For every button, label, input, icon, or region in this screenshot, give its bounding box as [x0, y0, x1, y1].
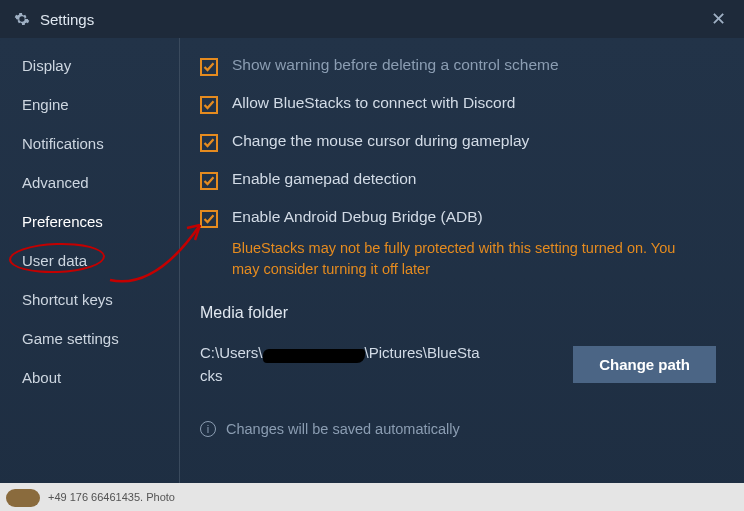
settings-header: Settings ✕: [0, 0, 744, 38]
checkbox[interactable]: [200, 210, 218, 228]
option-row: Enable gamepad detection: [200, 170, 716, 190]
background-text: +49 176 66461435. Photo: [48, 491, 175, 503]
option-row: Allow BlueStacks to connect with Discord: [200, 94, 716, 114]
settings-title: Settings: [40, 11, 94, 28]
sidebar-item-about[interactable]: About: [0, 358, 179, 397]
option-label: Change the mouse cursor during gameplay: [232, 132, 529, 150]
option-row: Change the mouse cursor during gameplay: [200, 132, 716, 152]
sidebar-item-game-settings[interactable]: Game settings: [0, 319, 179, 358]
media-folder-row: C:\Users\\Pictures\BlueStacks Change pat…: [200, 342, 716, 387]
autosave-note: i Changes will be saved automatically: [200, 421, 716, 437]
checkbox[interactable]: [200, 58, 218, 76]
content-pane: Show warning before deleting a control s…: [180, 38, 744, 511]
sidebar-item-advanced[interactable]: Advanced: [0, 163, 179, 202]
option-label: Show warning before deleting a control s…: [232, 56, 559, 74]
main-layout: DisplayEngineNotificationsAdvancedPrefer…: [0, 38, 744, 511]
autosave-text: Changes will be saved automatically: [226, 421, 460, 437]
option-row: Enable Android Debug Bridge (ADB): [200, 208, 716, 228]
media-folder-path: C:\Users\\Pictures\BlueStacks: [200, 342, 480, 387]
media-folder-title: Media folder: [200, 304, 716, 322]
sidebar-item-shortcut-keys[interactable]: Shortcut keys: [0, 280, 179, 319]
option-label: Enable Android Debug Bridge (ADB): [232, 208, 483, 226]
gear-icon: [14, 11, 30, 27]
adb-warning: BlueStacks may not be fully protected wi…: [232, 238, 692, 280]
change-path-button[interactable]: Change path: [573, 346, 716, 383]
checkbox[interactable]: [200, 172, 218, 190]
sidebar: DisplayEngineNotificationsAdvancedPrefer…: [0, 38, 180, 511]
sidebar-item-user-data[interactable]: User data: [0, 241, 179, 280]
sidebar-item-engine[interactable]: Engine: [0, 85, 179, 124]
sidebar-item-display[interactable]: Display: [0, 46, 179, 85]
sidebar-item-preferences[interactable]: Preferences: [0, 202, 179, 241]
option-label: Allow BlueStacks to connect with Discord: [232, 94, 515, 112]
checkbox[interactable]: [200, 96, 218, 114]
close-icon[interactable]: ✕: [707, 6, 730, 32]
background-pill: [6, 489, 40, 507]
info-icon: i: [200, 421, 216, 437]
option-label: Enable gamepad detection: [232, 170, 416, 188]
option-row: Show warning before deleting a control s…: [200, 56, 716, 76]
checkbox[interactable]: [200, 134, 218, 152]
sidebar-item-notifications[interactable]: Notifications: [0, 124, 179, 163]
path-prefix: C:\Users\: [200, 344, 263, 361]
redacted-username: [263, 349, 365, 363]
